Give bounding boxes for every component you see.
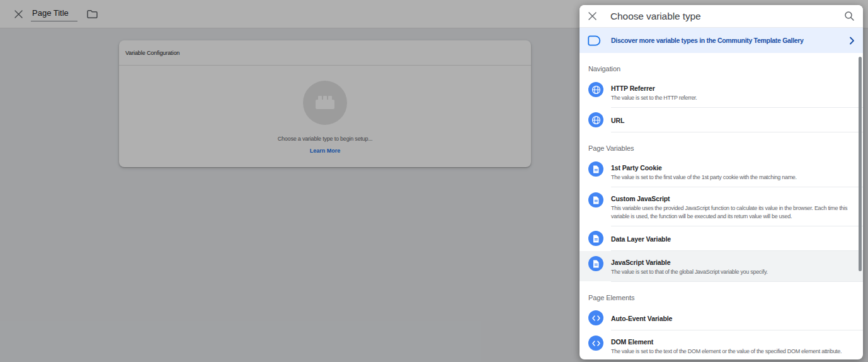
variable-type-name: URL	[611, 117, 624, 124]
choose-variable-type-panel: Choose variable type Discover more varia…	[580, 5, 863, 359]
globe-icon	[588, 112, 603, 127]
search-icon[interactable]	[844, 11, 855, 21]
variable-type-row[interactable]: DOM Element The value is set to the text…	[580, 330, 863, 359]
gtm-variable-editor-screen: Page Title Variable Configuration	[0, 0, 868, 362]
variable-type-name: 1st Party Cookie	[611, 164, 662, 172]
variable-type-row[interactable]: Data Layer Variable	[580, 226, 863, 250]
code-icon	[588, 310, 603, 325]
variable-type-list: Navigation HTTP Referrer The value is se…	[580, 53, 863, 359]
chevron-right-icon	[849, 37, 855, 45]
variable-type-row[interactable]: JavaScript Variable The value is set to …	[580, 251, 863, 281]
globe-icon	[588, 82, 603, 97]
panel-title: Choose variable type	[610, 11, 701, 22]
banner-text: Discover more variable types in the Comm…	[611, 37, 804, 44]
variable-type-description: The value is set to the first value of t…	[611, 173, 797, 182]
panel-scrollbar-thumb[interactable]	[859, 57, 862, 271]
close-panel-icon[interactable]	[588, 11, 597, 21]
variable-type-section: Page Variables 1st Party Cookie The valu…	[580, 132, 863, 282]
section-label: Navigation	[588, 64, 863, 73]
document-icon	[588, 192, 603, 207]
variable-type-name: Auto-Event Variable	[611, 315, 672, 322]
document-icon	[588, 256, 603, 271]
variable-type-row[interactable]: HTTP Referrer The value is set to the HT…	[580, 77, 863, 107]
document-icon	[588, 231, 603, 246]
variable-type-section: Page Elements Auto-Event Variable DOM El…	[580, 282, 863, 359]
variable-type-section: Navigation HTTP Referrer The value is se…	[580, 53, 863, 132]
variable-type-name: DOM Element	[611, 338, 653, 346]
panel-header: Choose variable type	[580, 5, 863, 28]
variable-type-row[interactable]: 1st Party Cookie The value is set to the…	[580, 156, 863, 187]
variable-type-description: The value is set to the text of the DOM …	[611, 347, 842, 356]
variable-type-name: Custom JavaScript	[611, 195, 670, 202]
variable-type-row[interactable]: Custom JavaScript This variable uses the…	[580, 187, 863, 226]
community-template-gallery-banner[interactable]: Discover more variable types in the Comm…	[580, 28, 863, 53]
template-gallery-icon	[588, 35, 601, 46]
variable-type-description: The value is set to the HTTP referrer.	[611, 94, 697, 102]
variable-type-row[interactable]: Auto-Event Variable	[580, 306, 863, 330]
variable-type-description: The value is set to that of the global J…	[611, 268, 768, 276]
variable-type-name: HTTP Referrer	[611, 85, 655, 92]
variable-type-name: JavaScript Variable	[611, 259, 670, 266]
section-label: Page Elements	[588, 293, 863, 302]
code-icon	[588, 336, 603, 351]
section-label: Page Variables	[588, 144, 863, 153]
variable-type-name: Data Layer Variable	[611, 235, 671, 243]
document-icon	[588, 161, 603, 177]
variable-type-description: This variable uses the provided JavaScri…	[611, 204, 850, 221]
variable-type-row[interactable]: URL	[580, 108, 863, 132]
